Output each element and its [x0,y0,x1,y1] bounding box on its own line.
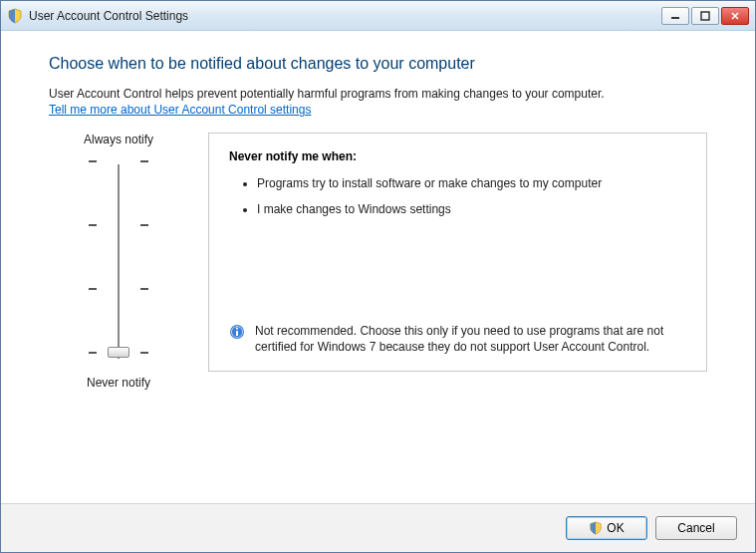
slider-label-never: Never notify [87,376,150,390]
slider-track [118,164,120,359]
slider-thumb[interactable] [108,347,129,358]
slider-tick [140,224,148,226]
shield-icon [589,521,603,535]
info-icon [229,324,245,340]
page-heading: Choose when to be notified about changes… [49,55,707,73]
window-controls [661,7,749,25]
maximize-button[interactable] [691,7,719,25]
uac-settings-window: User Account Control Settings Choose whe… [0,0,756,553]
slider-tick [89,352,97,354]
svg-rect-1 [701,12,709,20]
titlebar: User Account Control Settings [1,1,755,31]
slider-tick [89,160,97,162]
cancel-button-label: Cancel [677,521,714,535]
minimize-icon [670,11,680,21]
page-description: User Account Control helps prevent poten… [49,87,707,101]
dialog-footer: OK Cancel [1,503,755,552]
panel-title: Never notify me when: [229,149,686,163]
close-button[interactable] [721,7,749,25]
main-row: Always notify Never notify Never notify … [49,133,707,390]
close-icon [730,11,740,21]
list-item: I make changes to Windows settings [257,201,686,217]
slider-tick [140,160,148,162]
svg-rect-5 [236,331,238,336]
cancel-button[interactable]: Cancel [655,516,737,540]
content-area: Choose when to be notified about changes… [1,31,755,503]
slider-column: Always notify Never notify [49,133,188,390]
help-link[interactable]: Tell me more about User Account Control … [49,103,707,117]
slider-label-always: Always notify [84,133,153,146]
maximize-icon [700,11,710,21]
svg-point-6 [236,327,238,329]
slider-tick [140,288,148,290]
slider-tick [89,288,97,290]
info-panel: Never notify me when: Programs try to in… [208,133,707,372]
panel-list: Programs try to install software or make… [229,175,686,217]
slider-tick [89,224,97,226]
svg-rect-0 [671,17,679,19]
list-item: Programs try to install software or make… [257,175,686,191]
recommendation-row: Not recommended. Choose this only if you… [229,323,686,355]
recommendation-text: Not recommended. Choose this only if you… [255,323,686,355]
shield-icon [7,8,23,24]
notification-slider[interactable] [89,156,148,366]
ok-button-label: OK [607,521,624,535]
window-title: User Account Control Settings [29,9,661,23]
minimize-button[interactable] [661,7,689,25]
slider-tick [140,352,148,354]
ok-button[interactable]: OK [566,516,647,540]
